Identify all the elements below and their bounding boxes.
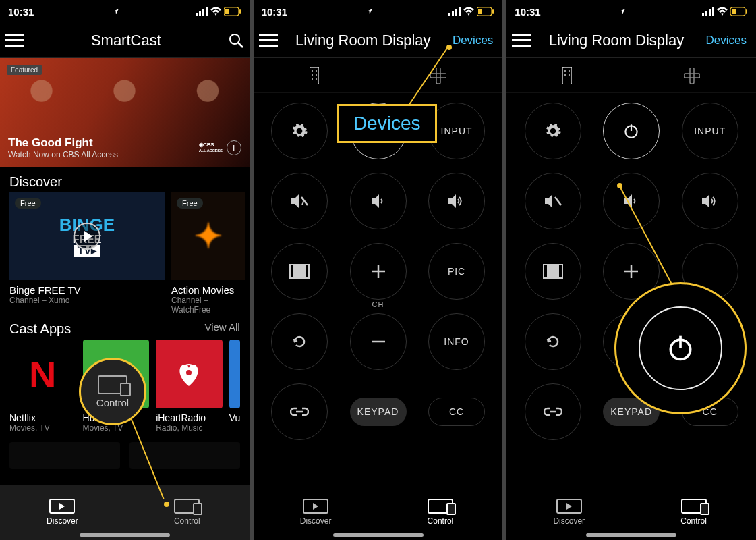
vol-up-button[interactable] bbox=[682, 173, 738, 230]
discover-section: Discover bbox=[0, 167, 250, 192]
card-sub: Channel – Xumo bbox=[9, 296, 165, 305]
keypad-button[interactable]: KEYPAD bbox=[603, 398, 660, 426]
discover-heading: Discover bbox=[9, 174, 240, 190]
svg-rect-39 bbox=[732, 9, 736, 14]
aspect-button[interactable] bbox=[271, 243, 328, 300]
svg-rect-34 bbox=[702, 13, 704, 16]
svg-point-45 bbox=[569, 74, 570, 76]
power-button[interactable] bbox=[603, 103, 660, 159]
control-icon bbox=[98, 375, 127, 394]
back-button[interactable] bbox=[271, 313, 328, 370]
info-button[interactable] bbox=[682, 313, 738, 370]
remote-icon[interactable] bbox=[310, 67, 319, 84]
svg-rect-13 bbox=[459, 7, 461, 16]
cc-button[interactable]: CC bbox=[428, 398, 485, 426]
tab-discover[interactable]: Discover bbox=[0, 485, 125, 540]
free-badge: Free bbox=[15, 198, 41, 209]
control-tab-icon bbox=[174, 499, 200, 514]
remote-icon[interactable] bbox=[562, 67, 572, 84]
svg-rect-37 bbox=[712, 7, 714, 16]
control-tab-icon bbox=[681, 499, 707, 514]
tab-control[interactable]: Control bbox=[631, 485, 756, 540]
devices-link[interactable]: Devices bbox=[448, 34, 497, 47]
view-all-link[interactable]: View All bbox=[204, 321, 239, 333]
pic-button[interactable]: PIC bbox=[428, 243, 485, 300]
control-tab-icon bbox=[428, 499, 453, 514]
input-button[interactable]: INPUT bbox=[682, 103, 738, 159]
settings-button[interactable] bbox=[271, 103, 328, 159]
settings-button[interactable] bbox=[525, 103, 581, 159]
vol-up-button[interactable] bbox=[428, 173, 485, 230]
dpad-icon[interactable] bbox=[684, 68, 700, 84]
discover-card[interactable]: Free ✦ Action Movies Channel – WatchFree bbox=[171, 192, 245, 315]
svg-rect-6 bbox=[239, 9, 241, 14]
device-title: Living Room Display bbox=[531, 32, 701, 49]
discover-card[interactable]: Free BINGEFREETV▸ Binge FREE TV Channel … bbox=[9, 192, 165, 315]
info-button[interactable]: INFO bbox=[428, 313, 485, 370]
ch-down-button[interactable] bbox=[350, 313, 407, 370]
menu-icon[interactable] bbox=[512, 34, 531, 47]
app-tile-vudu[interactable]: Vu bbox=[229, 340, 240, 433]
mute-button[interactable] bbox=[525, 173, 581, 230]
aspect-button[interactable] bbox=[525, 243, 581, 300]
pic-button[interactable] bbox=[682, 243, 738, 300]
status-bar: 10:31 bbox=[0, 0, 250, 23]
menu-icon[interactable] bbox=[5, 34, 24, 47]
home-indicator[interactable] bbox=[333, 533, 424, 537]
partial-row bbox=[0, 442, 250, 469]
mute-button[interactable] bbox=[271, 173, 328, 230]
svg-rect-15 bbox=[478, 9, 482, 14]
ch-up-button[interactable]: CH bbox=[350, 243, 407, 300]
featured-badge: Featured bbox=[7, 65, 42, 75]
keypad-button[interactable]: KEYPAD bbox=[350, 398, 407, 426]
ch-up-button[interactable] bbox=[603, 243, 660, 300]
location-icon bbox=[619, 8, 626, 15]
play-icon[interactable] bbox=[74, 223, 100, 250]
tab-discover[interactable]: Discover bbox=[254, 485, 378, 540]
svg-rect-35 bbox=[705, 11, 707, 16]
cast-apps-section: View All Cast Apps bbox=[0, 315, 250, 340]
vol-down-button[interactable] bbox=[350, 173, 407, 230]
app-tile-netflix[interactable]: N Netflix Movies, TV bbox=[9, 340, 76, 433]
cellular-icon bbox=[702, 7, 714, 16]
svg-rect-47 bbox=[684, 74, 700, 78]
input-button[interactable]: INPUT bbox=[428, 103, 485, 159]
menu-icon[interactable] bbox=[259, 34, 278, 47]
cc-button[interactable]: CC bbox=[682, 398, 738, 426]
home-indicator[interactable] bbox=[586, 533, 676, 537]
discover-tab-icon bbox=[49, 499, 75, 514]
search-icon[interactable] bbox=[228, 32, 244, 49]
featured-hero[interactable]: Featured The Good Fight Watch Now on CBS… bbox=[0, 58, 250, 167]
remote-grid: INPUT KEYPAD CC bbox=[506, 93, 756, 485]
discover-tab-icon bbox=[556, 499, 582, 514]
vol-down-button[interactable] bbox=[603, 173, 660, 230]
info-icon[interactable]: i bbox=[227, 140, 241, 155]
svg-rect-16 bbox=[492, 9, 494, 14]
battery-icon bbox=[477, 7, 494, 16]
svg-rect-36 bbox=[709, 9, 711, 16]
svg-rect-25 bbox=[430, 74, 446, 78]
devices-link[interactable]: Devices bbox=[702, 34, 751, 47]
link-button[interactable] bbox=[525, 383, 581, 440]
battery-icon bbox=[224, 7, 241, 16]
app-header: SmartCast bbox=[0, 23, 250, 58]
svg-rect-24 bbox=[436, 68, 440, 84]
app-header: Living Room Display Devices bbox=[254, 23, 503, 58]
svg-point-19 bbox=[316, 70, 317, 72]
tab-control[interactable]: Control bbox=[125, 485, 250, 540]
svg-rect-41 bbox=[562, 67, 572, 84]
tab-control[interactable]: Control bbox=[378, 485, 503, 540]
svg-point-43 bbox=[569, 70, 570, 72]
wifi-icon bbox=[210, 7, 221, 16]
home-indicator[interactable] bbox=[80, 533, 170, 537]
app-tile-iheart[interactable]: iHeartRadio Radio, Music bbox=[156, 340, 223, 433]
back-button[interactable] bbox=[525, 313, 581, 370]
ch-down-button[interactable] bbox=[603, 313, 660, 370]
phone-screen-2: 10:31 Living Room Display Devices INPUT … bbox=[254, 0, 507, 540]
link-button[interactable] bbox=[271, 383, 328, 440]
svg-point-23 bbox=[316, 78, 317, 80]
svg-rect-0 bbox=[196, 13, 198, 16]
tab-discover[interactable]: Discover bbox=[506, 485, 631, 540]
dpad-icon[interactable] bbox=[430, 68, 446, 84]
power-button[interactable] bbox=[350, 103, 407, 159]
